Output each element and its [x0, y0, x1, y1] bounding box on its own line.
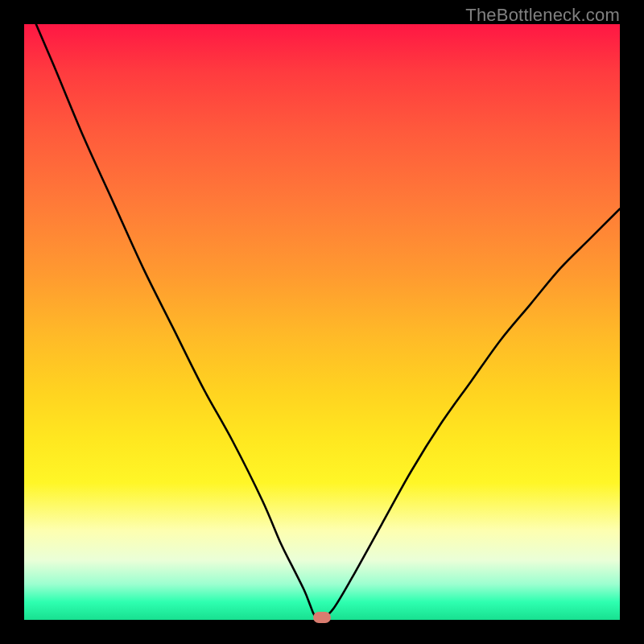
bottleneck-curve [24, 24, 620, 620]
chart-frame: TheBottleneck.com [0, 0, 644, 644]
watermark-text: TheBottleneck.com [465, 5, 620, 26]
curve-minimum-marker [313, 612, 331, 623]
plot-area [24, 24, 620, 620]
